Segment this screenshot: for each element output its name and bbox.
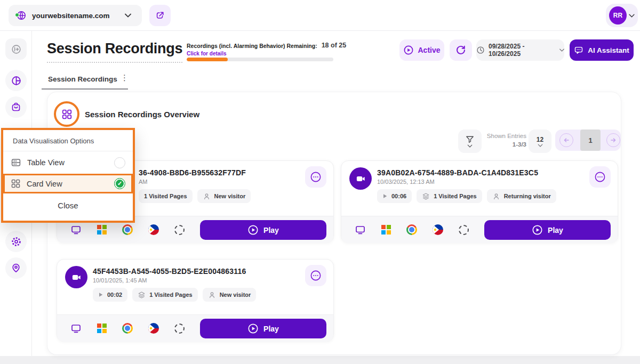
globe-icon bbox=[16, 10, 27, 21]
date-range-value: 09/28/2025 - 10/26/2025 bbox=[489, 43, 556, 58]
active-label: Active bbox=[418, 46, 440, 54]
chevron-down-icon bbox=[467, 144, 473, 148]
date-range-picker[interactable]: 09/28/2025 - 10/26/2025 bbox=[476, 39, 564, 61]
data-visualisation-popup: Data Visualisation Options Table View Ca… bbox=[1, 128, 135, 223]
chevron-down-icon bbox=[538, 144, 543, 147]
prev-page-button[interactable] bbox=[559, 133, 573, 147]
windows-icon bbox=[97, 323, 107, 333]
clock-icon bbox=[476, 46, 485, 54]
windows-icon bbox=[97, 225, 107, 234]
card-options-button[interactable] bbox=[305, 166, 326, 188]
page-size-value: 12 bbox=[537, 136, 543, 143]
card-options-button[interactable] bbox=[305, 265, 326, 286]
current-page[interactable]: 1 bbox=[580, 130, 601, 151]
user-menu[interactable]: RR bbox=[606, 4, 638, 27]
session-id: 45F4453B-A545-4055-B2D5-E2E004863116 bbox=[93, 267, 333, 276]
play-button[interactable]: Play bbox=[200, 319, 326, 338]
badge-row: 00:02 1 Visited Pages New visitor bbox=[93, 288, 333, 302]
person-icon bbox=[492, 192, 500, 200]
badge-row: 00:06 1 Visited Pages Returning visitor bbox=[377, 189, 618, 203]
click-for-details-link[interactable]: Click for details bbox=[187, 51, 226, 56]
card-view-icon bbox=[11, 179, 21, 189]
philippines-flag-icon bbox=[433, 224, 443, 235]
settings-gear-icon bbox=[11, 236, 22, 247]
play-triangle-icon bbox=[382, 193, 388, 199]
top-bar: yourwebsitename.com RR bbox=[0, 0, 640, 31]
check-icon[interactable]: ✓ bbox=[114, 178, 125, 189]
session-timestamp: 10/01/2025, 1:45 AM bbox=[93, 277, 333, 284]
play-circle-icon bbox=[247, 224, 259, 236]
card-options-button[interactable] bbox=[589, 166, 611, 188]
play-button[interactable]: Play bbox=[484, 220, 611, 240]
unknown-browser-icon bbox=[174, 225, 185, 235]
refresh-icon bbox=[455, 45, 466, 55]
visitor-type-badge: New visitor bbox=[197, 189, 251, 203]
desktop-monitor-icon bbox=[355, 224, 366, 235]
layers-icon bbox=[422, 192, 430, 200]
person-icon bbox=[203, 192, 211, 200]
ellipsis-circle-icon bbox=[594, 171, 606, 183]
sidebar-item-analytics[interactable] bbox=[5, 70, 27, 91]
session-card: 39A0B02A-6754-4889-BADA-C1A4D831E3C5 10/… bbox=[341, 160, 618, 243]
option-card-view[interactable]: Card View ✓ bbox=[3, 174, 133, 193]
active-filter-button[interactable]: Active bbox=[399, 39, 444, 61]
session-timestamp: AM bbox=[139, 179, 333, 185]
status-dot bbox=[15, 13, 19, 17]
unknown-browser-icon bbox=[459, 225, 469, 235]
external-link-icon bbox=[155, 11, 165, 20]
radio-icon[interactable] bbox=[114, 157, 125, 168]
recordings-progress-bar bbox=[187, 58, 333, 61]
progress-fill bbox=[187, 58, 228, 61]
page-title: Session Recordings bbox=[47, 41, 182, 63]
chevron-down-icon bbox=[125, 13, 131, 18]
open-website-button[interactable] bbox=[149, 5, 171, 26]
play-label: Play bbox=[263, 325, 279, 333]
sidebar-item-settings[interactable] bbox=[5, 231, 27, 252]
visited-pages-badge: 1 Visited Pages bbox=[132, 288, 198, 302]
ai-assistant-button[interactable]: AI Assistant bbox=[570, 39, 634, 61]
duration-badge: 00:02 bbox=[93, 288, 127, 302]
play-triangle-icon bbox=[98, 292, 103, 297]
sidebar-toggle-icon[interactable] bbox=[5, 38, 27, 60]
shown-entries-value: 1-3/3 bbox=[513, 141, 526, 148]
chat-icon bbox=[574, 45, 583, 55]
play-circle-icon bbox=[532, 224, 543, 236]
option-label: Card View bbox=[27, 180, 108, 188]
refresh-button[interactable] bbox=[450, 39, 472, 61]
tab-session-recordings[interactable]: Session Recordings bbox=[48, 75, 117, 83]
overview-title: Session Recordings Overview bbox=[85, 110, 199, 119]
website-selector[interactable]: yourwebsitename.com bbox=[9, 5, 142, 26]
pagination: 1 bbox=[555, 130, 621, 151]
sidebar-item-locations[interactable] bbox=[5, 257, 27, 279]
badge-row: 1 Visited Pages New visitor bbox=[139, 189, 333, 203]
visited-pages-badge: 1 Visited Pages bbox=[139, 189, 193, 203]
person-icon bbox=[208, 291, 216, 299]
kebab-menu-icon[interactable]: ⋮ bbox=[121, 73, 129, 83]
shown-entries: Shown Entries 1-3/3 bbox=[478, 132, 526, 149]
active-tab-indicator bbox=[42, 88, 128, 90]
page-size-select[interactable]: 12 bbox=[529, 130, 551, 153]
chevron-down-icon bbox=[559, 48, 564, 52]
popup-title: Data Visualisation Options bbox=[3, 130, 133, 151]
option-label: Table View bbox=[27, 158, 108, 167]
unknown-browser-icon bbox=[174, 323, 185, 334]
recordings-remaining: Recordings (incl. Alarming Behavior) Rem… bbox=[187, 42, 347, 49]
visited-pages-badge: 1 Visited Pages bbox=[417, 189, 482, 203]
option-table-view[interactable]: Table View bbox=[3, 151, 133, 174]
popup-close-button[interactable]: Close bbox=[3, 193, 133, 217]
next-page-button[interactable] bbox=[606, 133, 620, 147]
location-pin-icon bbox=[11, 263, 21, 273]
view-options-toggle[interactable] bbox=[54, 101, 79, 127]
duration-badge: 00:06 bbox=[377, 189, 412, 203]
ellipsis-circle-icon bbox=[310, 270, 322, 281]
ellipsis-circle-icon bbox=[310, 171, 322, 183]
sidebar-item-store[interactable] bbox=[5, 96, 27, 118]
table-view-icon bbox=[11, 157, 21, 168]
website-name: yourwebsitename.com bbox=[32, 12, 110, 20]
play-button[interactable]: Play bbox=[200, 220, 326, 240]
chrome-icon bbox=[122, 224, 133, 235]
play-label: Play bbox=[548, 226, 563, 234]
visitor-type-badge: Returning visitor bbox=[487, 189, 556, 203]
play-label: Play bbox=[263, 226, 279, 234]
card-grid-icon bbox=[61, 109, 73, 120]
